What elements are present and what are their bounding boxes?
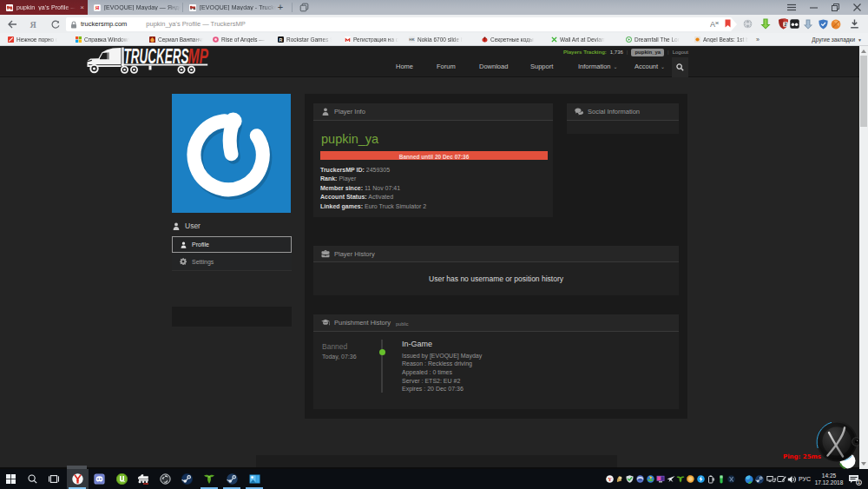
browser-menu-icon[interactable]: [787, 3, 796, 11]
taskbar-clock[interactable]: 14:2517.12.2018: [814, 472, 844, 486]
extension-globe-icon[interactable]: [743, 19, 753, 29]
nav-information[interactable]: Information⌄: [578, 63, 618, 70]
profile-username: pupkin_ya: [321, 132, 548, 146]
extension-downloader-icon[interactable]: [803, 19, 813, 30]
tray-usb-green[interactable]: [717, 475, 726, 484]
extension-shield-check-icon[interactable]: [819, 19, 828, 30]
address-bar-text[interactable]: truckersmp.compupkin_ya's Profile — Truc…: [81, 20, 246, 28]
tray-green-bird[interactable]: [676, 475, 685, 484]
logout-link[interactable]: Logout: [673, 50, 688, 55]
action-center-button[interactable]: 1: [848, 474, 859, 484]
tray-steam[interactable]: [755, 475, 765, 484]
gear-icon: [180, 258, 187, 265]
bookmark-5[interactable]: RRockstar Games So: [278, 35, 332, 44]
downloads-button[interactable]: [850, 19, 859, 29]
browser-scrollbar[interactable]: [859, 46, 868, 469]
timeline-dot: [379, 349, 385, 355]
punishment-expires: Expires : 20 Dec 07:36: [402, 386, 482, 394]
sidebar-item-profile[interactable]: Profile: [172, 236, 292, 253]
scrollbar-thumb[interactable]: [860, 56, 867, 127]
bookmark-7[interactable]: HKNokia 6700 slide h: [409, 35, 464, 44]
sidebar-user-header: User: [173, 221, 201, 230]
tray-battery[interactable]: [707, 475, 715, 484]
tray-idm[interactable]: [646, 475, 654, 484]
bookmark-1[interactable]: Нежное порно с: [8, 35, 58, 44]
history-empty-text: User has no username or position history: [429, 274, 563, 283]
tab-close-icon[interactable]: ×: [80, 4, 84, 11]
header-meta: Players Tracking: 1,736 | pupkin_ya | Lo…: [563, 49, 688, 56]
address-bar-tail: [731, 17, 737, 31]
bookmark-4[interactable]: Rise of Angels — в: [213, 35, 267, 44]
bookmark-label: Нежное порно с: [16, 36, 58, 43]
username-badge[interactable]: pupkin_ya: [631, 49, 664, 56]
tray-amber[interactable]: [687, 475, 695, 484]
tray-sphere[interactable]: [744, 475, 753, 484]
extension-tampermonkey-icon[interactable]: [790, 19, 799, 29]
nav-account[interactable]: Account⌄: [635, 63, 665, 70]
tray-monitor-purple[interactable]: [656, 475, 665, 484]
back-button[interactable]: [8, 20, 17, 29]
window-minimize-button[interactable]: [810, 3, 818, 11]
scrollbar-down-arrow[interactable]: [861, 462, 866, 466]
nav-support[interactable]: Support: [530, 63, 553, 70]
tray-yandex[interactable]: Y: [605, 475, 614, 484]
browser-tab-3[interactable]: [EVOQUE] Mayday - Trucke: [183, 0, 279, 15]
yandex-alice-button[interactable]: Я: [29, 19, 37, 29]
bookmark-3[interactable]: Сериал Ванпанчм: [149, 35, 204, 44]
sidebar-item-label: Settings: [192, 259, 214, 265]
bookmark-2[interactable]: Справка Windows: [76, 35, 130, 44]
bookmark-9[interactable]: Wall Art at Deviant: [551, 35, 606, 44]
bookmark-flag-icon[interactable]: [725, 19, 731, 28]
white-plane-icon: [667, 475, 675, 483]
tray-dark-x[interactable]: [727, 475, 735, 484]
browser-tab-2[interactable]: Я [EVOQUE] Mayday — Янде: [88, 0, 183, 15]
nav-download[interactable]: Download: [479, 63, 508, 70]
windows-taskbar: Y РУС 14:2517.12.2018 1: [0, 469, 868, 489]
chevron-down-icon: ⌄: [614, 64, 618, 69]
tab-list-icon[interactable]: [299, 3, 309, 12]
tray-pen[interactable]: [776, 475, 786, 484]
tray-torch[interactable]: [615, 475, 624, 484]
punishment-history-header: Punishment History public: [313, 314, 679, 332]
punishment-history-panel: Punishment History public Banned Today, …: [313, 314, 679, 409]
bookmarks-overflow-chevron[interactable]: »: [756, 36, 760, 43]
nav-home[interactable]: Home: [396, 63, 413, 70]
clock-date: 17.12.2018: [814, 479, 844, 486]
bookmark-6[interactable]: Регистрация на са: [345, 35, 399, 44]
field-linked-games: Linked games: Euro Truck Simulator 2: [320, 203, 548, 212]
tray-disc[interactable]: [635, 475, 644, 484]
scrollbar-up-arrow[interactable]: [861, 50, 866, 53]
tray-flux[interactable]: [697, 475, 706, 484]
bookmark-label: Rockstar Games So: [286, 36, 332, 43]
tab-title: pupkin_ya's Profile — Tru: [16, 4, 78, 10]
overlay-x-widget[interactable]: [807, 415, 859, 469]
lock-icon[interactable]: [70, 21, 77, 29]
bookmark-11[interactable]: Angel Beats: 1st be: [694, 35, 749, 44]
svg-text:HK: HK: [409, 37, 415, 42]
bookmark-favicon: [482, 36, 488, 43]
bookmark-10[interactable]: Dreamfall The Lon: [626, 35, 681, 44]
search-button[interactable]: [672, 57, 688, 77]
translate-icon[interactable]: Aж: [710, 19, 720, 29]
extension-savefrom-icon[interactable]: [760, 18, 771, 30]
browser-tab-active[interactable]: pupkin_ya's Profile — Tru ×: [0, 0, 88, 15]
reload-button[interactable]: [50, 19, 60, 29]
bookmark-8[interactable]: Секретные коды N: [482, 35, 536, 44]
language-indicator[interactable]: РУС: [799, 476, 811, 482]
tray-plane[interactable]: [667, 475, 675, 484]
tray-network[interactable]: [766, 475, 776, 484]
svg-text:Y: Y: [608, 476, 612, 482]
nav-forum[interactable]: Forum: [437, 63, 456, 70]
bookmark-favicon: [551, 36, 557, 43]
tray-shield[interactable]: [625, 475, 634, 484]
other-bookmarks-button[interactable]: Другие закладки▼: [812, 36, 862, 43]
extension-adguard-icon[interactable]: 2: [778, 18, 789, 30]
window-restore-button[interactable]: [832, 3, 839, 11]
player-info-panel: Player Info pupkin_ya Banned until 20 De…: [313, 103, 553, 217]
extension-adblock-off-icon[interactable]: [831, 19, 841, 30]
bookmark-label: Сериал Ванпанчм: [158, 36, 204, 43]
sidebar-item-settings[interactable]: Settings: [172, 253, 292, 270]
new-tab-button[interactable]: +: [274, 2, 286, 13]
window-close-button[interactable]: [853, 3, 861, 11]
tray-volume[interactable]: [786, 475, 798, 484]
